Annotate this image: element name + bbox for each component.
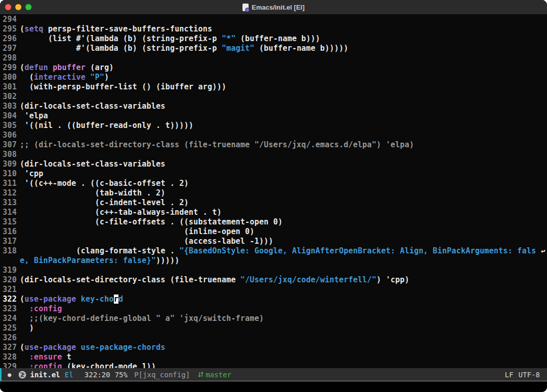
code-line[interactable]: 324 ;;(key-chord-define-global " a" 'jxq… [0, 314, 547, 323]
code-text: (c++-tab-always-indent . t) [20, 208, 222, 217]
minibuffer[interactable] [0, 381, 547, 392]
line-number: 315 [0, 217, 20, 227]
code-text: (interactive "P") [20, 73, 109, 82]
code-area[interactable]: 294295(setq persp-filter-save-buffers-fu… [0, 14, 547, 369]
code-text: (c-indent-level . 2) [20, 198, 189, 208]
line-number: 294 [0, 15, 20, 24]
cursor-position: 322:20 [84, 371, 110, 379]
line-number: 297 [0, 44, 20, 53]
buffer-modified-icon: ● [8, 371, 11, 378]
code-line[interactable]: 315 (c-file-offsets . ((substatement-ope… [0, 217, 547, 227]
line-number: 327 [0, 343, 20, 352]
code-text: (dir-locals-set-directory-class (file-tr… [20, 275, 409, 285]
eol-indicator: LF [505, 371, 513, 379]
code-line[interactable]: 296 (list #'(lambda (b) (string-prefix-p… [0, 34, 547, 44]
buffer-name[interactable]: init.el [30, 371, 60, 379]
code-text: (c-file-offsets . ((substatement-open 0) [20, 217, 283, 227]
code-line[interactable]: 304 'elpa [0, 111, 547, 121]
line-number: 300 [0, 73, 20, 82]
git-branch-icon [198, 371, 204, 378]
minimize-button[interactable] [15, 4, 21, 10]
line-number: 304 [0, 111, 20, 121]
perspective-indicator: P[jxq_config] [134, 371, 190, 379]
code-line[interactable]: 295(setq persp-filter-save-buffers-funct… [0, 24, 547, 34]
close-button[interactable] [5, 4, 11, 10]
code-line[interactable]: 327(use-package use-package-chords [0, 343, 547, 352]
code-line[interactable]: 294 [0, 15, 547, 24]
line-number: 322 [0, 295, 20, 304]
line-number: 320 [0, 275, 20, 285]
major-mode[interactable]: El [65, 371, 73, 379]
document-icon [242, 4, 249, 11]
line-number: 309 [0, 159, 20, 169]
code-text: (dir-locals-set-class-variables [20, 102, 165, 111]
line-number: 305 [0, 121, 20, 130]
code-text: '((c++-mode . ((c-basic-offset . 2) [20, 179, 189, 188]
text-cursor: r [114, 295, 118, 304]
line-number: 317 [0, 237, 20, 246]
line-number: 328 [0, 352, 20, 362]
code-line[interactable]: 300 (interactive "P") [0, 73, 547, 82]
code-line[interactable]: 311 '((c++-mode . ((c-basic-offset . 2) [0, 179, 547, 188]
code-text: 'elpa [20, 111, 48, 121]
code-line[interactable]: 302 [0, 92, 547, 102]
code-line[interactable]: 310 'cpp [0, 169, 547, 179]
code-text: (tab-width . 2) [20, 188, 165, 198]
code-text: :ensure t [20, 352, 72, 362]
code-text: #'(lambda (b) (string-prefix-p "magit" (… [20, 44, 348, 53]
code-line[interactable]: 314 (c++-tab-always-indent . t) [0, 208, 547, 217]
code-text: (use-package use-package-chords [20, 343, 165, 352]
encoding-indicator: UTF-8 [519, 371, 540, 379]
code-line[interactable]: 306 [0, 130, 547, 140]
line-number: 306 [0, 130, 20, 140]
code-text: (defun pbuffer (arg) [20, 63, 114, 73]
zoom-button[interactable] [25, 4, 32, 10]
code-line[interactable]: 323 :config [0, 304, 547, 314]
git-branch-name[interactable]: master [206, 371, 232, 379]
line-number: 295 [0, 24, 20, 34]
code-line[interactable]: 326 [0, 333, 547, 343]
code-line[interactable]: 320(dir-locals-set-directory-class (file… [0, 275, 547, 285]
code-text: (list #'(lambda (b) (string-prefix-p "*"… [20, 34, 320, 44]
code-line[interactable]: 312 (tab-width . 2) [0, 188, 547, 198]
code-line[interactable]: 297 #'(lambda (b) (string-prefix-p "magi… [0, 44, 547, 53]
code-line[interactable]: 309(dir-locals-set-class-variables [0, 159, 547, 169]
line-number: 301 [0, 82, 20, 92]
code-text: (inline-open 0) [20, 227, 255, 237]
window-title-group: Emacs/init.el [El] [0, 4, 547, 11]
titlebar[interactable]: Emacs/init.el [El] [0, 0, 547, 15]
code-line[interactable]: 328 :ensure t [0, 352, 547, 362]
code-line[interactable]: 317 (access-label -1))) [0, 237, 547, 246]
emacs-logo-icon [18, 371, 26, 379]
code-text: 'cpp [20, 169, 43, 179]
mode-line: ● init.el El 322:20 75% P[jxq_config] ma… [0, 368, 547, 381]
code-line[interactable]: 322(use-package key-chord [0, 295, 547, 304]
code-line[interactable]: 305 '((nil . ((buffer-read-only . t))))) [0, 121, 547, 130]
code-line[interactable]: 299(defun pbuffer (arg) [0, 63, 547, 73]
code-line[interactable]: 325 ) [0, 323, 547, 333]
line-number: 325 [0, 323, 20, 333]
code-line[interactable]: 319 [0, 266, 547, 275]
emacs-window: Emacs/init.el [El] 294295(setq persp-fil… [0, 0, 547, 392]
code-text: ;;(key-chord-define-global " a" 'jxq/swi… [20, 314, 264, 323]
code-line[interactable]: 301 (with-persp-buffer-list () (ibuffer … [0, 82, 547, 92]
line-number: 323 [0, 304, 20, 314]
line-number: 324 [0, 314, 20, 323]
line-number: 321 [0, 285, 20, 295]
code-line[interactable]: e, BinPackParameters: false}"))))) [0, 256, 547, 266]
code-line[interactable]: 303(dir-locals-set-class-variables [0, 102, 547, 111]
code-text: :config [20, 304, 62, 314]
code-text: (setq persp-filter-save-buffers-function… [20, 24, 212, 34]
code-line[interactable]: 307;; (dir-locals-set-directory-class (f… [0, 140, 547, 150]
code-line[interactable]: 321 [0, 285, 547, 295]
code-line[interactable]: 308 [0, 150, 547, 159]
code-line[interactable]: 316 (inline-open 0) [0, 227, 547, 237]
line-number: 308 [0, 150, 20, 159]
line-number [0, 256, 20, 266]
line-wrap-icon: ↩ [541, 246, 545, 256]
code-line[interactable]: 313 (c-indent-level . 2) [0, 198, 547, 208]
code-text: (with-persp-buffer-list () (ibuffer arg)… [20, 82, 226, 92]
code-line[interactable]: 298 [0, 53, 547, 63]
code-text: ;; (dir-locals-set-directory-class (file… [20, 140, 414, 150]
code-line[interactable]: 318 (clang-format-style . "{BasedOnStyle… [0, 246, 547, 256]
